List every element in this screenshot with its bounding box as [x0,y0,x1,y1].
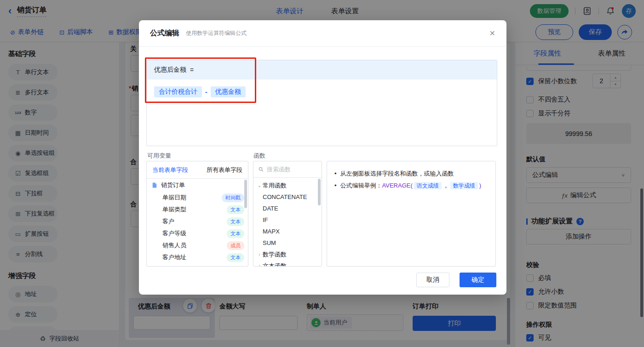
variables-list: 销货订单 单据日期 时间戳 单据类型 文本 客户 文本 [147,179,248,263]
minus-operator: - [205,88,207,96]
function-list-row[interactable]: SUM [253,237,322,249]
tree-arrow-icon: › [256,263,263,267]
confirm-button[interactable]: 确定 [460,273,496,287]
modal-header: 公式编辑 使用数学运算符编辑公式 ✕ [139,20,506,47]
variable-field-name: 客户等级 [162,229,186,238]
equals-sign: = [190,66,194,74]
variable-field-row[interactable]: 单据类型 文本 [147,204,248,216]
variable-type-badge: 时间戳 [222,193,244,202]
variable-field-row[interactable]: 客户等级 文本 [147,228,248,239]
function-list: ⌄ 常用函数 CONCATENATE DATE [253,178,322,267]
functions-scrollbar[interactable] [318,179,321,205]
example-function-name: AVERAGE( [382,182,413,189]
form-root-label: 销货订单 [161,181,185,189]
close-icon[interactable]: ✕ [489,29,495,38]
function-list-row[interactable]: ⌄ 常用函数 [253,180,322,191]
formula-editor-area[interactable]: 优惠后金额 = 合计价税合计 - 优惠金额 [146,60,497,146]
variable-field-row[interactable]: 客户地址 文本 [147,251,248,263]
function-list-row[interactable]: MAPX [253,226,322,237]
variable-field-row[interactable]: 销售人员 成员 [147,239,248,251]
example-field-chip: 数学成绩 [450,182,478,189]
variable-field-name: 单据类型 [162,205,186,214]
tree-arrow-icon: › [256,252,263,257]
tab-current-form-fields[interactable]: 当前表单字段 [152,166,188,174]
functions-panel-label: 函数 [253,152,265,160]
tree-arrow-icon: ⌄ [256,183,263,188]
function-label: SUM [263,239,276,246]
variables-tabs: 当前表单字段 所有表单字段 [147,161,248,179]
variable-field-name: 客户 [162,217,174,226]
function-list-row[interactable]: › 文本函数 [253,260,322,267]
tab-all-form-fields[interactable]: 所有表单字段 [207,166,242,174]
variable-type-badge: 文本 [227,217,244,226]
functions-panel: 搜索函数 ⌄ 常用函数 CONCATENATE DATE [253,161,322,267]
formula-operand-chip[interactable]: 优惠金额 [211,86,246,97]
function-label: CONCATENATE [263,193,307,200]
variable-field-row[interactable]: 客户 文本 [147,216,248,228]
function-label: 常用函数 [263,182,287,190]
variable-field-name: 客户地址 [162,253,186,262]
tip-example-line: • 公式编辑举例：AVERAGE(语文成绩，数学成绩) [334,181,488,191]
variable-field-name: 销售人员 [162,241,186,250]
cancel-button[interactable]: 取消 [416,273,449,287]
search-icon [258,166,264,172]
function-search-box[interactable]: 搜索函数 [253,161,322,178]
formula-tips-panel: • 从左侧面板选择字段名和函数，或输入函数 • 公式编辑举例：AVERAGE(语… [327,161,496,267]
tip-text: 从左侧面板选择字段名和函数，或输入函数 [340,169,454,179]
app-root: ‹ 销货订单 表单设计 表单设置 数据管理 存 [0,0,644,347]
modal-footer: 取消 确定 [139,273,496,287]
variable-field-name: 单据日期 [162,193,186,202]
example-field-chip: 语文成绩 [414,182,442,189]
function-label: MAPX [263,228,280,235]
function-list-row[interactable]: CONCATENATE [253,191,322,203]
function-label: DATE [263,205,278,212]
document-icon [151,182,158,188]
tip-line: • 从左侧面板选择字段名和函数，或输入函数 [334,169,488,179]
function-list-row[interactable]: IF [253,214,322,226]
variable-type-badge: 文本 [227,229,244,238]
tip-example: 公式编辑举例：AVERAGE(语文成绩，数学成绩) [340,181,482,191]
function-search-placeholder: 搜索函数 [267,165,291,174]
variable-type-badge: 成员 [227,241,244,250]
function-label: 文本函数 [263,262,287,267]
function-label: 数学函数 [263,250,287,259]
variable-type-badge: 文本 [227,205,244,214]
formula-target-row: 优惠后金额 = [147,60,497,80]
modal-title: 公式编辑 [150,28,179,38]
variables-panel-label: 可用变量 [147,152,171,160]
formula-operand-chip[interactable]: 合计价税合计 [154,86,202,97]
variable-type-badge: 文本 [227,253,244,262]
variable-field-row[interactable]: 单据日期 时间戳 [147,192,248,204]
function-list-row[interactable]: › 数学函数 [253,249,322,260]
variables-scrollbar[interactable] [244,180,247,208]
function-list-row[interactable]: DATE [253,203,322,214]
formula-expression[interactable]: 合计价税合计 - 优惠金额 [147,80,497,104]
modal-subtitle: 使用数学运算符编辑公式 [186,29,247,37]
formula-editor-modal: 公式编辑 使用数学运算符编辑公式 ✕ 优惠后金额 = 合计价税合计 - 优惠金额… [139,20,506,295]
function-label: IF [263,216,268,223]
form-root-node[interactable]: 销货订单 [147,179,248,192]
variables-panel: 当前表单字段 所有表单字段 销货订单 单据日期 时间戳 [146,161,248,267]
formula-target-field: 优惠后金额 [154,66,186,74]
